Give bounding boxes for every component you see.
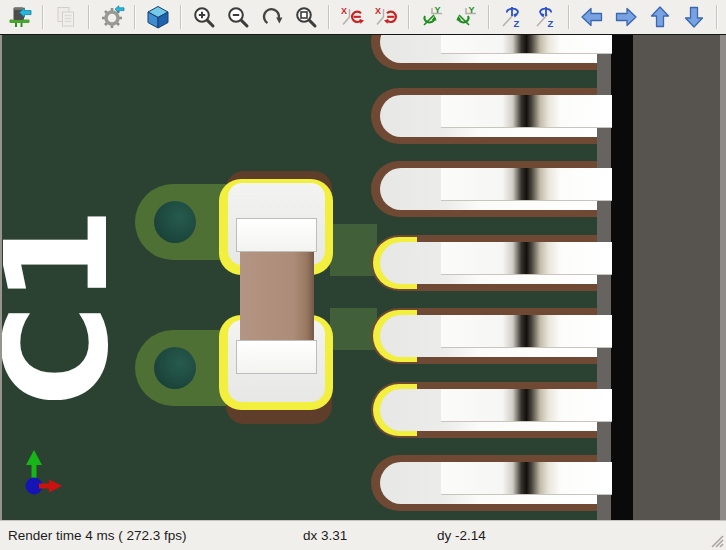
arrow-down-icon [682,5,706,29]
move-left-button[interactable] [577,2,607,32]
orthographic-view-button[interactable] [143,2,173,32]
connector-pad-row [371,235,597,291]
rotate-x-counterclockwise-button[interactable]: X [371,2,401,32]
zoom-out-button[interactable] [223,2,253,32]
connector-pin [441,462,612,495]
connector-pin [441,389,612,422]
toolbar-separator [408,5,410,29]
viewport-left-border [0,35,2,520]
rotate-y-ccw-icon: Y [454,5,478,29]
svg-text:X: X [375,6,381,16]
svg-text:Y: Y [435,5,441,15]
connector-pad-row [371,35,597,70]
rotate-x-ccw-icon: X [374,5,398,29]
rotate-z-clockwise-button[interactable]: Z [497,2,527,32]
svg-text:Z: Z [548,18,554,29]
arrow-left-icon [580,5,604,29]
copy-image-button[interactable] [51,2,81,32]
redraw-view-button[interactable] [257,2,287,32]
svg-text:X: X [341,6,347,16]
viewport-right-border [720,35,726,520]
resize-grip[interactable] [709,533,724,548]
connector-pin [441,242,612,275]
drill-hole-bottom [154,347,196,389]
dy-status: dy -2.14 [437,521,486,550]
connector-pad-row [371,382,597,438]
zoom-in-icon [192,5,216,29]
render-options-button[interactable] [97,2,127,32]
trace-top [330,224,377,276]
zoom-fit-icon [294,5,318,29]
toolbar-separator [716,5,718,29]
capacitor-terminal-bottom [236,340,317,374]
dx-status: dx 3.31 [303,521,347,550]
connector-pin [441,95,612,128]
toolbar-separator [88,5,90,29]
arrow-up-icon [648,5,672,29]
connector-pin [441,35,612,54]
toolbar-separator [42,5,44,29]
capacitor-body [240,249,314,341]
rotate-z-ccw-icon: Z [534,5,558,29]
rotate-y-counterclockwise-button[interactable]: Y [451,2,481,32]
statusbar: Render time 4 ms ( 272.3 fps) dx 3.31 dy… [0,520,726,550]
connector-pad-row [371,161,597,217]
svg-text:Z: Z [514,18,520,29]
drill-hole-top [154,201,196,243]
viewer-background [633,35,720,520]
connector-pad-row [371,455,597,511]
rotate-x-clockwise-button[interactable]: X [337,2,367,32]
silkscreen-reference-label: C1 [0,177,128,437]
axis-indicator-icon [11,444,65,500]
rotate-z-counterclockwise-button[interactable]: Z [531,2,561,32]
toolbar-separator [180,5,182,29]
rotate-y-clockwise-button[interactable]: Y [417,2,447,32]
rotate-x-cw-icon: X [340,5,364,29]
toolbar-separator [568,5,570,29]
zoom-in-button[interactable] [189,2,219,32]
toolbar-separator [328,5,330,29]
rotate-y-cw-icon: Y [420,5,444,29]
zoom-to-fit-button[interactable] [291,2,321,32]
connector-pad-row [371,308,597,364]
arrow-right-icon [614,5,638,29]
connector-pin [441,168,612,201]
board-edge-shadow [611,35,633,520]
connector-pad-row [371,88,597,144]
capacitor-terminal-top [236,218,317,252]
connector-pin [441,315,612,348]
3d-cube-icon [146,5,170,29]
trace-bottom [330,308,377,350]
3d-viewport-canvas[interactable]: C1 [0,35,726,520]
svg-text:Y: Y [469,5,475,15]
render-options-gear-icon [99,4,125,30]
zoom-out-icon [226,5,250,29]
move-down-button[interactable] [679,2,709,32]
move-right-button[interactable] [611,2,641,32]
3d-viewer-window: X X Y [0,0,726,550]
reload-board-icon [8,5,32,29]
reload-board-button[interactable] [5,2,35,32]
toolbar-separator [488,5,490,29]
render-time-status: Render time 4 ms ( 272.3 fps) [8,521,187,550]
redraw-icon [260,5,284,29]
toolbar: X X Y [0,0,726,34]
rotate-z-cw-icon: Z [500,5,524,29]
copy-image-icon [54,5,78,29]
move-up-button[interactable] [645,2,675,32]
toolbar-separator [134,5,136,29]
